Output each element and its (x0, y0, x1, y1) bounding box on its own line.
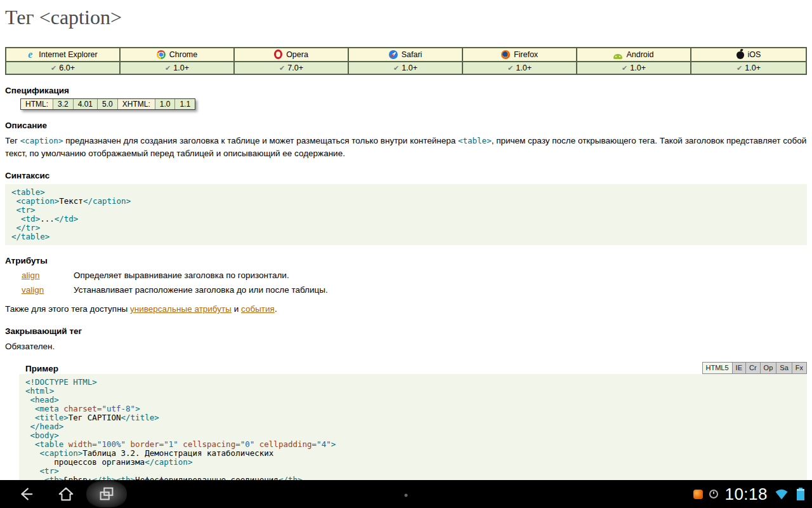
tab-chrome[interactable]: Cr (746, 362, 761, 374)
back-icon (16, 485, 35, 504)
description-text: Тег <caption> предназначен для создания … (5, 135, 807, 160)
closing-tag-heading: Закрывающий тег (5, 326, 812, 336)
note-segment: Также для этого тега доступны (5, 304, 130, 314)
browser-name: Opera (286, 50, 308, 59)
menu-dot-icon (405, 494, 408, 497)
status-area[interactable]: 10:18 (693, 486, 812, 502)
browser-version-chrome: ✔1.0+ (121, 62, 235, 74)
browser-version: 1.0+ (745, 64, 761, 72)
tab-html5[interactable]: HTML5 (702, 362, 733, 374)
browser-name: Chrome (169, 50, 197, 59)
spec-html-version: 3.2 (53, 99, 74, 109)
browser-header-ie: Internet Explorer (6, 48, 121, 62)
check-icon: ✔ (737, 64, 742, 72)
browser-version-android: ✔1.0+ (577, 62, 691, 74)
browser-header-safari: Safari (349, 48, 463, 62)
alarm-icon (709, 490, 718, 498)
opera-icon (274, 50, 282, 59)
check-icon: ✔ (51, 64, 56, 72)
home-button[interactable] (46, 481, 86, 507)
browser-name: Android (626, 50, 653, 59)
description-heading: Описание (5, 121, 812, 130)
attributes-heading: Атрибуты (5, 256, 812, 265)
browser-version: 1.0+ (173, 64, 189, 72)
example-header: Пример HTML5 IE Cr Op Sa Fx (19, 362, 807, 374)
browser-version-ios: ✔1.0+ (691, 62, 806, 74)
note-segment: . (275, 304, 277, 314)
android-navigation-bar: 10:18 (0, 480, 812, 508)
page-content: Тег <caption> Internet Explorer Chrome O… (0, 0, 812, 508)
note-segment: и (232, 304, 241, 314)
browser-header-ios: iOS (691, 48, 806, 62)
browser-version-opera: ✔7.0+ (235, 62, 349, 74)
firefox-icon (501, 50, 510, 59)
spec-xhtml-version: 1.1 (175, 99, 195, 109)
navigation-buttons (0, 481, 127, 507)
syntax-heading: Синтаксис (5, 171, 812, 180)
browser-name: Internet Explorer (39, 50, 97, 59)
clock: 10:18 (724, 486, 768, 502)
attributes-table: align Определяет выравнивание заголовка … (22, 271, 812, 295)
spec-xhtml-label: XHTML: (118, 99, 155, 109)
caption-tag-code: <caption> (20, 136, 63, 145)
example-tabs: HTML5 IE Cr Op Sa Fx (702, 362, 807, 374)
browser-version-ie: ✔6.0+ (6, 62, 121, 74)
browser-version: 1.0+ (516, 64, 532, 72)
browser-name: Safari (402, 50, 422, 59)
check-icon: ✔ (508, 64, 513, 72)
tab-firefox[interactable]: Fx (792, 362, 807, 374)
chrome-icon (157, 50, 166, 59)
browser-version: 6.0+ (59, 64, 75, 72)
android-icon (613, 54, 622, 59)
description-segment: предназначен для создания заголовка к та… (63, 136, 458, 145)
home-icon (56, 485, 75, 504)
apple-icon (737, 51, 744, 59)
recent-apps-button[interactable] (86, 481, 127, 507)
tab-safari[interactable]: Sa (776, 362, 792, 374)
example-code-block: <!DOCTYPE HTML><html> <head> <meta chars… (19, 374, 807, 495)
specification-table: HTML: 3.2 4.01 5.0 XHTML: 1.0 1.1 (20, 98, 195, 110)
universal-attributes-link[interactable]: универсальные атрибуты (130, 304, 232, 314)
check-icon: ✔ (279, 64, 285, 72)
ie-icon (28, 50, 35, 59)
tab-opera[interactable]: Op (761, 362, 777, 374)
browser-version-safari: ✔1.0+ (349, 62, 463, 74)
page-title: Тег <caption> (5, 5, 812, 29)
closing-tag-text: Обязателен. (5, 340, 807, 353)
description-segment: Тег (5, 136, 20, 145)
valign-attribute-description: Устанавливает расположение заголовка до … (74, 285, 812, 295)
spec-html-version: 5.0 (98, 99, 118, 109)
browser-header-chrome: Chrome (121, 48, 235, 62)
browser-support-table: Internet Explorer Chrome Opera Safari Fi… (5, 47, 807, 75)
align-attribute-link[interactable]: align (22, 271, 74, 280)
attributes-note: Также для этого тега доступны универсаль… (5, 303, 807, 316)
browser-header-firefox: Firefox (463, 48, 577, 62)
browser-version: 7.0+ (287, 64, 303, 72)
back-button[interactable] (5, 481, 46, 507)
align-attribute-description: Определяет выравнивание заголовка по гор… (74, 271, 812, 280)
tab-ie[interactable]: IE (733, 362, 746, 374)
check-icon: ✔ (165, 64, 171, 72)
spec-html-label: HTML: (21, 99, 53, 109)
check-icon: ✔ (393, 64, 399, 72)
events-link[interactable]: события (241, 304, 275, 314)
check-icon: ✔ (622, 64, 627, 72)
browser-header-opera: Opera (235, 48, 349, 62)
spec-html-version: 4.01 (74, 99, 98, 109)
valign-attribute-link[interactable]: valign (22, 285, 74, 295)
spec-xhtml-version: 1.0 (155, 99, 176, 109)
browser-name: Firefox (514, 50, 538, 59)
browser-header-android: Android (577, 48, 691, 62)
syntax-code-block: <table> <caption>Текст</caption> <tr> <t… (5, 184, 807, 245)
safari-icon (389, 50, 398, 59)
battery-icon (796, 486, 806, 502)
browser-name: iOS (748, 50, 761, 59)
browser-version-firefox: ✔1.0+ (463, 62, 577, 74)
example-heading: Пример (25, 364, 58, 373)
notification-icon (693, 490, 703, 499)
browser-version: 1.0+ (630, 64, 646, 72)
wifi-icon (774, 488, 789, 500)
table-tag-link[interactable]: <table> (458, 136, 492, 145)
recent-apps-icon (97, 485, 116, 504)
specification-heading: Спецификация (5, 86, 812, 95)
